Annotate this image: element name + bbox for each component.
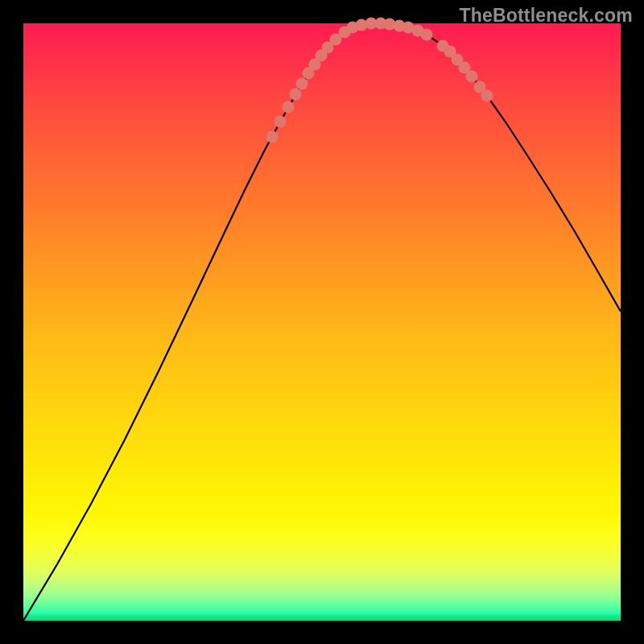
highlight-dot — [275, 116, 287, 128]
highlight-dot — [266, 131, 279, 143]
watermark-text: TheBottleneck.com — [459, 5, 633, 27]
highlight-dot — [481, 90, 493, 102]
bottleneck-curve — [23, 23, 621, 621]
highlight-dot — [296, 78, 308, 90]
chart-frame: TheBottleneck.com — [0, 0, 644, 644]
highlight-dots-group — [266, 18, 493, 143]
curve-layer — [23, 23, 621, 621]
highlight-dot — [290, 89, 302, 101]
highlight-dot — [466, 71, 478, 83]
highlight-dot — [421, 29, 433, 41]
highlight-dot — [283, 101, 295, 114]
